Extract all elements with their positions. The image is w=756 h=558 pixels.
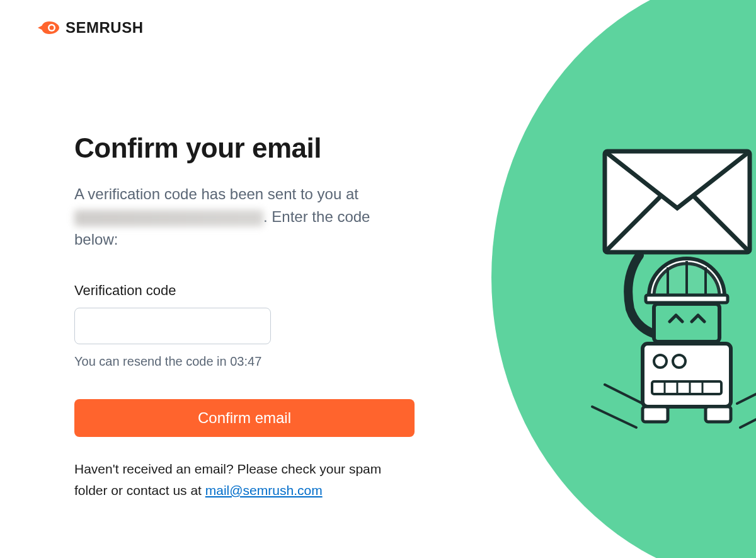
help-text: Haven't received an email? Please check …: [74, 458, 415, 501]
redacted-email: [74, 210, 263, 226]
svg-line-20: [737, 388, 756, 404]
verification-code-input[interactable]: [74, 308, 271, 344]
svg-rect-16: [643, 407, 668, 422]
semrush-flame-icon: [38, 20, 60, 35]
brand-logo: SEMRUSH: [38, 19, 144, 37]
description-prefix: A verification code has been sent to you…: [74, 185, 358, 202]
resend-timer-value: 03:47: [230, 354, 261, 368]
svg-rect-7: [654, 304, 719, 342]
svg-rect-17: [706, 407, 731, 422]
resend-timer-text: You can resend the code in 03:47: [74, 354, 415, 369]
contact-email-link[interactable]: mail@semrush.com: [205, 483, 323, 497]
robot-envelope-illustration: [561, 132, 756, 448]
page-title: Confirm your email: [74, 132, 415, 164]
brand-name: SEMRUSH: [66, 19, 144, 37]
svg-rect-6: [646, 295, 728, 303]
svg-line-18: [605, 385, 643, 404]
svg-rect-8: [643, 344, 731, 407]
verification-code-label: Verification code: [74, 282, 415, 299]
svg-line-21: [740, 410, 756, 427]
description-text: A verification code has been sent to you…: [74, 183, 415, 251]
svg-line-19: [592, 407, 636, 427]
confirm-email-button[interactable]: Confirm email: [74, 399, 415, 437]
main-content: Confirm your email A verification code h…: [74, 132, 415, 501]
svg-point-1: [50, 26, 54, 30]
illustration-panel: [479, 0, 756, 558]
resend-prefix: You can resend the code in: [74, 354, 230, 368]
